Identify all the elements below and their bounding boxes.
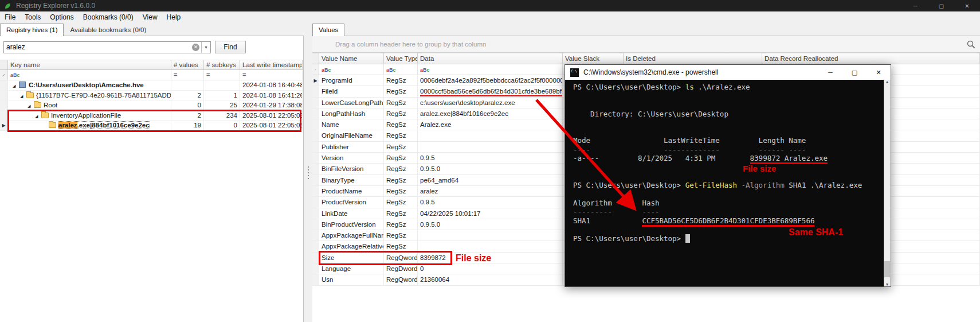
terminal-line-13: Algorithm Hash [573, 199, 883, 208]
tree-row-0[interactable]: ◢C:\Users\user\Desktop\Amcache.hve2024-0… [0, 80, 303, 91]
terminal-line-4 [573, 118, 883, 127]
terminal-scrollbar[interactable]: ▲ ▼ [884, 80, 891, 286]
scroll-up-icon[interactable]: ▲ [885, 80, 889, 84]
menu-bar: FileToolsOptionsBookmarks (0/0)ViewHelp [0, 11, 980, 24]
filter-abc-icon: aBc [10, 70, 20, 80]
tree-cell-subkeys: 1 [204, 91, 240, 100]
search-icon[interactable] [967, 40, 975, 51]
value-data-cell: pe64_amd64 [418, 175, 563, 185]
tab-values[interactable]: Values [312, 24, 344, 36]
row-selector [312, 98, 319, 108]
terminal-line-1 [573, 92, 883, 101]
app-titlebar: Registry Explorer v1.6.0.0 ─ ▢ ✕ [0, 0, 980, 11]
tree-column-header-3[interactable]: Last write timestamp [240, 60, 303, 70]
value-name-cell: Publisher [319, 142, 384, 152]
tree-row-4[interactable]: ▶aralez.exe|884bf1016ce9e2ec1902025-08-0… [0, 121, 303, 131]
tree-row-2[interactable]: ◢Root0252024-01-29 17:38:08 [0, 100, 303, 111]
value-data-cell: 0.9.5 [418, 153, 563, 163]
tree-cell-timestamp: 2024-01-29 17:38:08 [240, 100, 303, 110]
value-type-cell: RegSz [384, 219, 418, 230]
terminal-line-11: PS C:\Users\user\Desktop> Get-FileHash -… [573, 181, 883, 190]
row-selector [312, 241, 319, 251]
window-title: Registry Explorer v1.6.0.0 [16, 2, 95, 10]
value-data-cell: 0.9.5.0 [418, 164, 563, 174]
value-type-cell: RegSz [384, 153, 418, 163]
value-data-cell [418, 142, 563, 152]
scrollbar-thumb[interactable] [884, 261, 890, 277]
tree-column-header-0[interactable]: Key name [8, 60, 171, 70]
tree-expander-icon[interactable]: ◢ [28, 101, 34, 110]
value-type-cell: RegSz [384, 98, 418, 108]
tree-cell-timestamp: 2025-08-01 22:05:06 [240, 111, 303, 121]
menu-file[interactable]: File [0, 11, 20, 24]
terminal-line-3: Directory: C:\Users\user\Desktop [573, 110, 883, 119]
value-data-cell: aralez.exe|884bf1016ce9e2ec [418, 108, 563, 119]
value-name-cell: BinProductVersion [319, 219, 384, 230]
menu-tools[interactable]: Tools [20, 11, 45, 24]
tab-registry-hives[interactable]: Registry hives (1) [0, 24, 64, 36]
values-column-header-3[interactable]: Value Slack [563, 53, 624, 64]
group-by-hint: Drag a column header here to group by th… [335, 41, 486, 48]
values-filter-cell-2[interactable]: aBc [418, 64, 563, 75]
values-filter-cell-1[interactable]: aBc [384, 64, 418, 75]
search-input[interactable] [4, 43, 192, 51]
terminal-line-5 [573, 127, 883, 137]
terminal-maximize-button[interactable]: ▢ [842, 65, 867, 80]
terminal-minimize-button[interactable]: ─ [818, 65, 842, 80]
close-button[interactable]: ✕ [954, 0, 980, 11]
menu-help[interactable]: Help [162, 11, 186, 24]
filter-equals-icon: = [242, 70, 246, 80]
value-name-cell: LowerCaseLongPath [319, 98, 384, 108]
scroll-down-icon[interactable]: ▼ [885, 282, 889, 286]
menu-view[interactable]: View [138, 11, 162, 24]
find-button[interactable]: Find [215, 41, 246, 53]
search-hit-text: aralez [58, 122, 77, 129]
tree-cell-values: 0 [171, 100, 204, 110]
terminal-window[interactable]: C:\ C:\Windows\system32\cmd.exe - powers… [565, 64, 891, 287]
tree-key-name: ◢C:\Users\user\Desktop\Amcache.hve [8, 80, 171, 90]
value-data-cell: 0000ccf5bad56ce5d6db6f2b4d301cfde3be689b… [418, 86, 563, 96]
value-name-cell: OriginalFileName [319, 130, 384, 141]
values-column-header-4[interactable]: Is Deleted [624, 53, 762, 64]
terminal-line-2 [573, 100, 883, 110]
app-icon [4, 2, 12, 10]
value-name-cell: AppxPackageRelativeId [319, 241, 384, 251]
values-column-header-2[interactable]: Data [418, 53, 563, 64]
values-column-header-1[interactable]: Value Type [384, 53, 418, 64]
maximize-button[interactable]: ▢ [928, 0, 954, 11]
values-filter-cell-0[interactable]: aBc [319, 64, 384, 75]
menu-bookmarks[interactable]: Bookmarks (0/0) [79, 11, 138, 24]
tree-filter-cell-0[interactable]: aBc [8, 70, 171, 80]
value-name-cell: Name [319, 119, 384, 130]
terminal-titlebar[interactable]: C:\ C:\Windows\system32\cmd.exe - powers… [565, 65, 891, 80]
folder-icon [26, 92, 34, 98]
panel-splitter[interactable] [304, 24, 312, 322]
tree-key-name: ◢Root [8, 100, 171, 110]
terminal-output[interactable]: PS C:\Users\user\Desktop> ls .\Aralez.ex… [565, 80, 891, 286]
tree-column-header-1[interactable]: # values [171, 60, 204, 70]
tree-column-header-2[interactable]: # subkeys [204, 60, 240, 70]
values-column-header-5[interactable]: Data Record Reallocated [762, 53, 980, 64]
row-selector [312, 186, 319, 196]
tree-key-name: aralez.exe|884bf1016ce9e2ec [8, 121, 171, 130]
minimize-button[interactable]: ─ [903, 0, 928, 11]
search-clear-icon[interactable]: ✕ [192, 44, 199, 51]
group-by-bar[interactable]: Drag a column header here to group by th… [312, 36, 980, 53]
menu-options[interactable]: Options [45, 11, 78, 24]
tree-filter-cell-1[interactable]: = [171, 70, 204, 80]
tree-row-3[interactable]: ◢InventoryApplicationFile22342025-08-01 … [0, 111, 303, 121]
terminal-close-button[interactable]: ✕ [867, 65, 891, 80]
search-dropdown-icon[interactable]: ▼ [201, 42, 210, 53]
tree-expander-icon[interactable]: ◢ [35, 111, 41, 121]
row-selector [0, 80, 8, 90]
tree-expander-icon[interactable]: ◢ [20, 91, 26, 100]
tree-cell-timestamp: 2025-08-01 22:05:06 [240, 121, 303, 130]
tab-available-bookmarks[interactable]: Available bookmarks (0/0) [64, 24, 152, 36]
row-selector [312, 263, 319, 274]
tree-filter-cell-2[interactable]: = [204, 70, 240, 80]
tree-row-1[interactable]: ◢{11517B7C-E79D-4e20-961B-75A811715ADD}2… [0, 91, 303, 101]
tree-expander-icon[interactable]: ◢ [13, 81, 19, 90]
values-column-header-0[interactable]: Value Name [319, 53, 384, 64]
value-data-cell: 0.9.5.0 [418, 219, 563, 230]
tree-filter-cell-3[interactable]: = [240, 70, 303, 80]
